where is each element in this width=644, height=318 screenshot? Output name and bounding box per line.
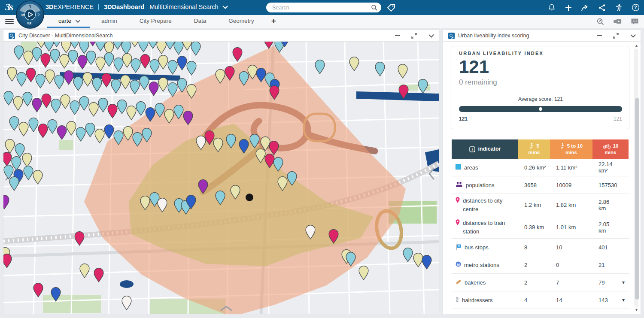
collapse-chevron-icon[interactable]	[629, 32, 635, 39]
add-tab-button[interactable]: +	[265, 15, 282, 28]
tab-admin[interactable]: admin	[90, 15, 128, 28]
scoring-content: URBAN LIVEABILITY INDEX 121 0 remaining …	[443, 42, 641, 314]
row-value: 2.86 km	[592, 199, 618, 212]
column-indicator: i indicator	[452, 139, 518, 159]
table-row: Mmetro stations2021	[452, 256, 629, 274]
svg-text:?: ?	[634, 5, 637, 10]
row-label-text: bakeries	[465, 279, 486, 287]
expand-icon[interactable]	[410, 32, 417, 39]
row-label: Mmetro stations	[452, 258, 518, 272]
dashboard-chevron-icon[interactable]	[222, 3, 228, 9]
row-value: 14	[550, 297, 592, 303]
row-value: 2	[518, 279, 550, 286]
row-label: areas	[452, 161, 518, 175]
row-value: 1.82 km	[550, 202, 592, 208]
row-value: 10009	[550, 182, 592, 188]
row-value: 1.11 km²	[550, 164, 592, 171]
table-row: hairdressers414143▾	[452, 291, 629, 309]
compass-3d-label[interactable]: 3D	[21, 14, 25, 17]
top-bar: 3s 3DEXPERIENCE | 3DDashboard MultiDimen…	[0, 0, 644, 15]
row-value: 0.26 km²	[518, 164, 550, 171]
score-remaining: 0 remaining	[459, 78, 622, 87]
populations-icon	[456, 182, 463, 187]
map-widget-title: City Discover - MultiDimensionalSearch	[18, 33, 113, 39]
search-icon[interactable]	[371, 4, 378, 11]
scrollbar-track[interactable]	[634, 48, 638, 307]
tab-data[interactable]: Data	[183, 15, 218, 28]
tag-icon[interactable]	[386, 3, 396, 12]
row-value: 1.2 km	[518, 202, 550, 208]
slider-knob[interactable]	[539, 107, 542, 111]
scoring-widget-title: Urban liveability index scoring	[458, 33, 529, 39]
compass-vr-label[interactable]: V,R	[27, 22, 32, 25]
column-label: 5 to 10	[567, 143, 583, 149]
brand-3d: 3D	[46, 3, 54, 10]
add-content-icon[interactable]	[564, 3, 573, 12]
collapse-chevron-icon[interactable]	[427, 32, 434, 39]
info-icon: i	[469, 146, 475, 152]
score-slider[interactable]	[459, 106, 622, 112]
minimize-icon[interactable]	[394, 32, 401, 39]
expand-icon[interactable]	[612, 32, 619, 39]
map-widget-header: City Discover - MultiDimensionalSearch	[3, 30, 439, 42]
tab-label: carte	[58, 18, 71, 24]
hairdresser-icon	[456, 297, 459, 303]
score-card: URBAN LIVEABILITY INDEX 121 0 remaining …	[452, 46, 629, 129]
expand-caret-icon[interactable]: ▾	[618, 279, 629, 285]
scrollbar-thumb[interactable]	[635, 98, 639, 300]
menu-hamburger-icon[interactable]	[5, 19, 14, 28]
share-network-icon[interactable]	[598, 3, 606, 12]
people-icon[interactable]	[614, 3, 623, 12]
row-value: 3658	[518, 182, 550, 188]
row-label: populations	[452, 179, 518, 192]
column-label-line2: mins	[565, 149, 577, 155]
3dexperience-compass[interactable]: 3D V,R	[15, 0, 45, 29]
tab-geometry[interactable]: Geometry	[217, 15, 265, 28]
compass-play-button[interactable]	[25, 9, 36, 20]
minimize-icon[interactable]	[596, 32, 603, 39]
row-value: 0	[550, 262, 592, 268]
selected-location-dot[interactable]	[246, 194, 253, 201]
row-label-text: metro stations	[464, 261, 499, 270]
app-title: 3DEXPERIENCE | 3DDashboard MultiDimensio…	[46, 3, 226, 10]
scroll-up-arrow[interactable]: ▲	[633, 42, 640, 48]
brand-divider: |	[98, 3, 100, 10]
row-label: restaurants	[452, 311, 518, 314]
3ds-logo: 3s	[5, 1, 12, 13]
chevron-down-icon[interactable]	[76, 18, 80, 22]
row-value: 0.39 km	[518, 224, 550, 230]
tab-label: +	[271, 16, 276, 26]
bike-icon	[603, 143, 611, 149]
table-row: bus stops810401	[452, 239, 629, 256]
comments-icon[interactable]	[630, 18, 639, 25]
column-10-mins: 10 mins	[592, 139, 629, 159]
expand-caret-icon[interactable]: ▾	[618, 297, 629, 303]
bus-icon	[456, 244, 462, 250]
global-search[interactable]	[266, 3, 381, 12]
search-input[interactable]	[272, 5, 371, 11]
row-value: 79	[592, 279, 618, 286]
media-player-icon[interactable]	[613, 18, 622, 25]
row-label: bus stops	[452, 241, 518, 254]
row-label: bakeries	[452, 276, 518, 290]
map-canvas[interactable]	[3, 42, 439, 314]
table-row: distances to city centre1.2 km1.82 km2.8…	[452, 194, 629, 216]
svg-text:i: i	[471, 147, 473, 151]
tab-city-prepare[interactable]: City Prepare	[128, 15, 183, 28]
tab-bar: carte admin City Prepare Data Geometry +	[0, 15, 644, 28]
row-value: 2.05 km	[592, 221, 618, 234]
tab-label: Geometry	[228, 18, 254, 24]
row-value: 7	[550, 279, 592, 286]
tab-carte[interactable]: carte	[47, 15, 90, 28]
search-share-icon[interactable]	[596, 18, 605, 25]
dashboard-name[interactable]: MultiDimensional Search	[149, 3, 218, 10]
row-label-text: populations	[466, 181, 495, 190]
help-icon[interactable]: ?	[631, 3, 640, 12]
vertical-scrollbar[interactable]: ▲ ▼	[633, 42, 640, 313]
row-label-text: areas	[464, 164, 478, 172]
scroll-down-arrow[interactable]: ▼	[633, 307, 640, 313]
score-value: 121	[459, 57, 622, 77]
share-arrow-icon[interactable]	[581, 3, 589, 12]
scoring-widget: Urban liveability index scoring URBAN LI…	[443, 30, 641, 314]
notifications-bell-icon[interactable]	[547, 3, 556, 12]
